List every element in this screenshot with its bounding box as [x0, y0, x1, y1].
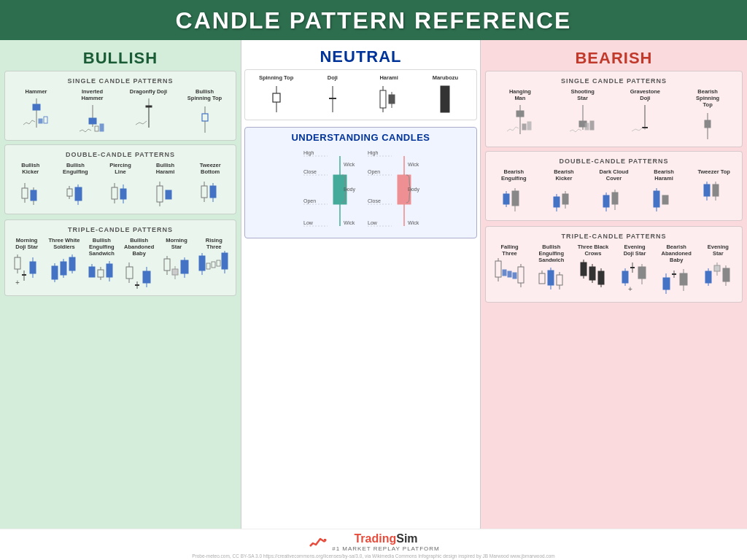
svg-rect-14: [202, 114, 208, 121]
pattern-bullish-spinning-top-name: Bullish Spinning Top: [185, 88, 225, 101]
svg-rect-83: [172, 269, 178, 275]
gd-name: Gravestone Doji: [629, 88, 662, 101]
pattern-hammer-visual: [16, 96, 56, 129]
mds-name: Morning Doji Star: [10, 237, 43, 250]
svg-rect-153: [705, 120, 711, 128]
svg-text:Close: Close: [368, 198, 381, 203]
bullish-single-grid: Hammer: [8, 87, 233, 137]
pattern-doji: Doji: [312, 74, 352, 115]
svg-rect-105: [380, 90, 386, 108]
svg-rect-3: [39, 119, 42, 123]
pattern-bearish-harami: Bearish Harami: [648, 168, 681, 216]
svg-rect-194: [548, 271, 554, 285]
mds-visual: +: [10, 252, 43, 284]
pattern-tweezer-top: Tweezer Top: [697, 168, 730, 209]
bearish-triple-section: TRIPLE-CANDLE PATTERNS Falling Three: [485, 226, 743, 303]
svg-rect-216: [638, 267, 646, 279]
svg-rect-99: [273, 93, 280, 102]
bearish-triple-grid: Falling Three: [489, 242, 739, 299]
bab-name: Bullish Abandoned Baby: [123, 237, 155, 257]
header: CANDLE PATTERN REFERENCE: [0, 0, 747, 40]
svg-rect-173: [654, 191, 659, 207]
dcc-name: Dark Cloud Cover: [597, 168, 630, 182]
svg-rect-183: [495, 261, 501, 277]
svg-rect-228: [705, 271, 711, 283]
bharami-name: Bearish Harami: [648, 168, 681, 182]
ss-visual: [566, 103, 599, 136]
svg-rect-50: [30, 262, 36, 273]
beng-visual: [498, 183, 530, 216]
tbc-name: Three Black Crows: [576, 244, 609, 257]
bearish-header: BEARISH: [485, 44, 743, 71]
pattern-inverted-hammer-visual: [72, 103, 112, 136]
beng-name: Bearish Engulfing: [498, 168, 530, 182]
svg-text:Low: Low: [368, 220, 378, 225]
svg-rect-180: [713, 184, 719, 196]
rt-name: Rising Three: [198, 237, 231, 250]
bearish-double-label: DOUBLE-CANDLE PATTERNS: [489, 158, 739, 165]
svg-rect-1: [33, 104, 40, 110]
svg-rect-225: [680, 273, 687, 285]
bullish-double-label: DOUBLE-CANDLE PATTERNS: [8, 151, 233, 158]
svg-rect-48: [22, 274, 26, 276]
pattern-dark-cloud-cover: Dark Cloud Cover: [597, 168, 630, 216]
svg-rect-213: [630, 267, 635, 268]
svg-rect-189: [518, 267, 524, 283]
pk-visual: [14, 176, 47, 209]
bullish-double-grid: Bullish Kicker: [8, 160, 233, 211]
svg-text:Low: Low: [303, 220, 314, 225]
bk-name: Bearish Kicker: [547, 168, 580, 182]
svg-rect-107: [389, 95, 395, 104]
pattern-dragonfly-doji-name: Dragonfly Doji: [130, 88, 167, 95]
svg-rect-219: [663, 278, 670, 289]
bullish-triple-label: TRIPLE-CANDLE PATTERNS: [8, 226, 233, 233]
pattern-gravestone-doji: Gravestone Doji: [629, 88, 662, 136]
bh-name: Bullish Harami: [149, 162, 182, 175]
pattern-inverted-hammer-name: Inverted Hammer: [72, 88, 112, 101]
svg-rect-209: [622, 271, 628, 283]
svg-rect-80: [164, 259, 170, 271]
svg-rect-75: [135, 284, 139, 286]
bullish-header: BULLISH: [4, 44, 236, 71]
svg-rect-37: [166, 190, 171, 199]
footer-credits: Probe-meteo.com, CC BY-SA 3.0 https://cr…: [0, 553, 747, 559]
svg-text:Open: Open: [303, 198, 316, 204]
svg-rect-42: [210, 186, 216, 198]
es-name: Evening Star: [702, 244, 735, 257]
pattern-hanging-man: Hanging Man: [503, 88, 536, 136]
svg-rect-188: [513, 273, 516, 279]
svg-rect-95: [222, 253, 228, 269]
st-visual: [256, 82, 296, 115]
svg-text:+: +: [628, 285, 632, 293]
pattern-marubozu: Marubozu: [425, 74, 465, 115]
bullish-triple-grid: Morning Doji Star: [8, 236, 233, 292]
brand-name: TradingSim: [332, 532, 440, 545]
svg-rect-6: [89, 118, 96, 124]
svg-text:Wick: Wick: [408, 220, 419, 225]
pattern-bullish-spinning-top: Bullish Spinning Top: [185, 88, 225, 136]
eds-visual: +: [619, 258, 651, 291]
svg-text:Close: Close: [303, 169, 317, 174]
svg-rect-192: [539, 273, 545, 284]
svg-rect-110: [441, 86, 449, 112]
pattern-piercing-line: Piercing Line: [104, 162, 136, 209]
tws-visual: [47, 252, 80, 284]
svg-rect-63: [89, 267, 95, 277]
pattern-dragonfly-doji-visual: [128, 96, 169, 129]
svg-text:Open: Open: [368, 169, 380, 175]
svg-rect-177: [704, 184, 710, 196]
st-name: Spinning Top: [259, 74, 293, 81]
svg-rect-200: [581, 262, 587, 276]
svg-text:+: +: [15, 279, 20, 287]
svg-rect-148: [590, 121, 594, 130]
svg-rect-65: [98, 270, 104, 277]
main-container: CANDLE PATTERN REFERENCE BULLISH SINGLE …: [0, 0, 747, 560]
svg-text:Wick: Wick: [408, 162, 419, 167]
svg-rect-187: [508, 271, 511, 277]
svg-rect-54: [52, 266, 58, 279]
svg-text:High: High: [368, 150, 379, 156]
bearish-triple-label: TRIPLE-CANDLE PATTERNS: [489, 233, 739, 240]
bab2-visual: [660, 265, 693, 298]
be-name: Bullish Engulfing: [59, 162, 92, 175]
svg-rect-158: [512, 191, 519, 206]
